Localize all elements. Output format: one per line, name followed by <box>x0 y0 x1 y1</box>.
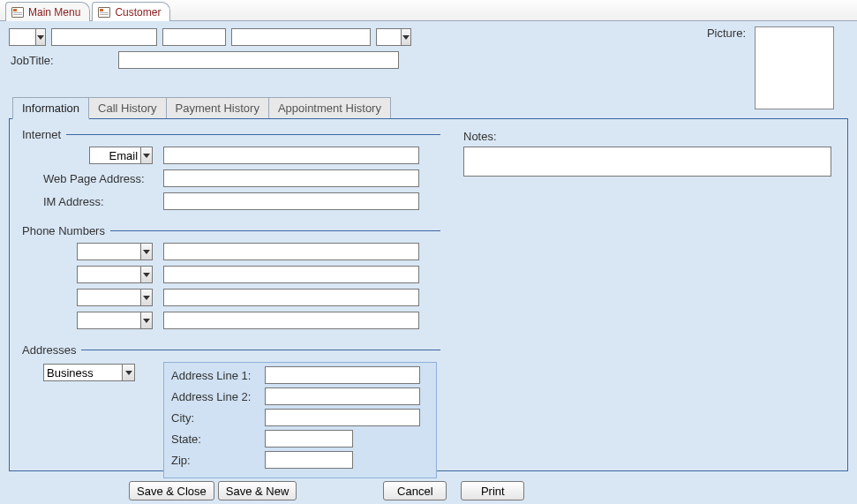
divider <box>110 230 440 231</box>
chevron-down-icon[interactable] <box>35 29 45 45</box>
chevron-down-icon[interactable] <box>140 147 152 163</box>
last-name-input[interactable] <box>231 28 371 46</box>
section-internet: Internet <box>22 128 440 141</box>
phone-type-input[interactable] <box>78 244 140 260</box>
button-row: Save & Close Save & New Cancel Print <box>129 481 524 500</box>
divider <box>66 134 440 135</box>
tab-payment-history[interactable]: Payment History <box>166 97 269 118</box>
address-type-input[interactable] <box>44 365 122 380</box>
chevron-down-icon[interactable] <box>140 290 152 305</box>
notes-label: Notes: <box>463 130 497 143</box>
prefix-input[interactable] <box>10 29 35 45</box>
notes-input[interactable] <box>463 147 831 177</box>
cancel-button[interactable]: Cancel <box>383 481 447 500</box>
tab-appointment-history[interactable]: Appointment History <box>268 97 391 118</box>
phone-number-input[interactable] <box>163 289 419 306</box>
city-input[interactable] <box>265 409 420 426</box>
address-type-combo[interactable] <box>43 364 135 381</box>
job-title-input[interactable] <box>118 51 399 69</box>
divider <box>81 350 440 350</box>
picture-block: Picture: <box>707 26 834 109</box>
im-label: IM Address: <box>43 195 156 208</box>
im-input[interactable] <box>163 192 419 210</box>
doc-tab-label: Main Menu <box>28 6 80 19</box>
email-type-input[interactable] <box>90 147 140 163</box>
tab-call-history[interactable]: Call History <box>88 97 166 118</box>
section-label: Phone Numbers <box>22 224 105 237</box>
form-icon <box>98 7 110 18</box>
phone-type-combo[interactable] <box>77 243 153 260</box>
phone-number-input[interactable] <box>163 243 419 260</box>
notes-column: Notes: <box>463 130 831 179</box>
chevron-down-icon[interactable] <box>122 365 134 380</box>
phone-number-input[interactable] <box>163 266 419 283</box>
section-phone: Phone Numbers <box>22 224 440 237</box>
form-icon <box>11 7 24 18</box>
print-button[interactable]: Print <box>461 481 524 500</box>
suffix-input[interactable] <box>377 29 401 45</box>
section-addresses: Addresses <box>22 343 440 357</box>
address-line2-label: Address Line 2: <box>171 390 258 403</box>
address-line2-input[interactable] <box>265 387 420 405</box>
chevron-down-icon[interactable] <box>140 244 152 260</box>
detail-tab-control: Information Call History Payment History… <box>9 97 848 471</box>
email-type-cell <box>43 147 156 164</box>
web-input[interactable] <box>163 169 419 187</box>
phone-type-input[interactable] <box>78 267 140 282</box>
email-type-combo[interactable] <box>89 147 153 164</box>
phone-type-combo[interactable] <box>77 266 153 283</box>
doc-tab-main-menu[interactable]: Main Menu <box>5 2 90 21</box>
address-line1-input[interactable] <box>265 366 420 384</box>
left-column: Internet Web Page Addre <box>22 128 446 493</box>
doc-tab-customer[interactable]: Customer <box>92 2 170 21</box>
address-line1-label: Address Line 1: <box>171 369 258 382</box>
section-label: Internet <box>22 128 61 141</box>
chevron-down-icon[interactable] <box>140 312 152 328</box>
picture-frame[interactable] <box>755 26 834 109</box>
phone-type-combo[interactable] <box>77 289 153 306</box>
save-close-button[interactable]: Save & Close <box>129 481 214 500</box>
save-new-button[interactable]: Save & New <box>218 481 297 500</box>
middle-name-input[interactable] <box>162 28 226 46</box>
phone-type-input[interactable] <box>78 290 140 305</box>
zip-input[interactable] <box>265 451 353 469</box>
section-label: Addresses <box>22 343 76 357</box>
prefix-combo[interactable] <box>9 28 46 46</box>
customer-form: JobTitle: Picture: Information Call Hist… <box>0 21 857 504</box>
picture-label: Picture: <box>707 26 746 40</box>
chevron-down-icon[interactable] <box>140 267 152 282</box>
doc-tab-label: Customer <box>115 6 161 19</box>
zip-label: Zip: <box>171 454 258 467</box>
state-input[interactable] <box>265 430 353 448</box>
first-name-input[interactable] <box>51 28 157 46</box>
address-panel: Address Line 1: Address Line 2: City: <box>163 362 437 478</box>
document-tab-strip: Main Menu Customer <box>0 0 857 21</box>
suffix-combo[interactable] <box>376 28 411 46</box>
phone-type-input[interactable] <box>78 312 140 328</box>
phone-type-combo[interactable] <box>77 312 153 329</box>
tab-information[interactable]: Information <box>12 97 89 119</box>
tab-page-information: Internet Web Page Addre <box>9 118 848 471</box>
phone-number-input[interactable] <box>163 312 419 329</box>
job-title-label: JobTitle: <box>9 54 111 67</box>
email-input[interactable] <box>163 147 419 164</box>
web-label: Web Page Address: <box>43 172 156 185</box>
city-label: City: <box>171 411 258 425</box>
state-label: State: <box>171 433 258 446</box>
chevron-down-icon[interactable] <box>401 29 410 45</box>
